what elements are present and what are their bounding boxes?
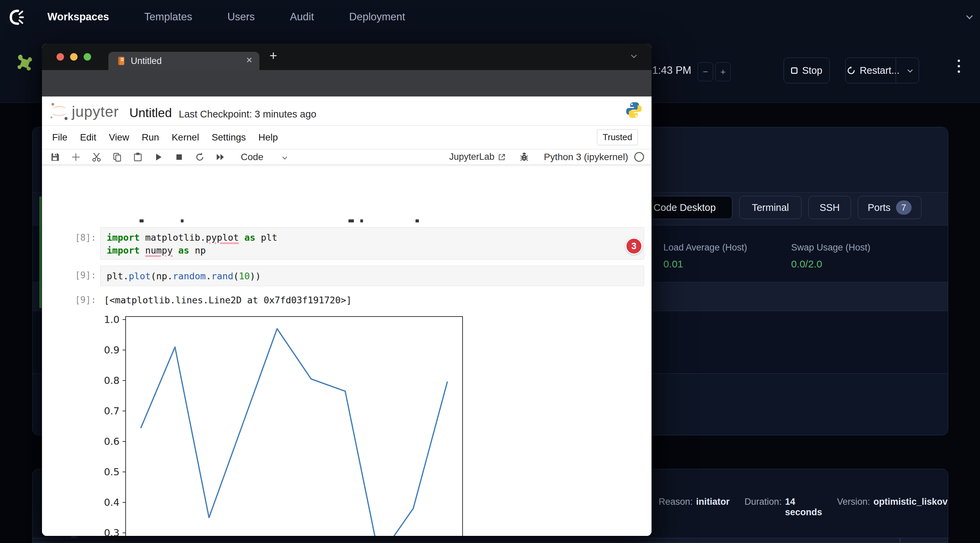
workspace-time: 1:43 PM	[652, 64, 691, 76]
checkpoint-status: Last Checkpoint: 3 minutes ago	[179, 109, 316, 120]
user-avatar[interactable]	[941, 6, 963, 27]
save-icon[interactable]	[50, 152, 60, 162]
plus-icon: +	[720, 67, 725, 77]
clipped-code-fragment	[348, 219, 354, 222]
clipped-code-fragment	[415, 219, 419, 222]
code-cell[interactable]: import matplotlib.pyplot as pltimport nu…	[100, 227, 644, 260]
app-button-label: S Code Desktop	[644, 202, 716, 213]
run-icon[interactable]	[153, 152, 164, 162]
stop-icon	[791, 67, 797, 74]
menu-settings[interactable]: Settings	[212, 132, 246, 143]
metric: Load Average (Host)0.01	[663, 242, 747, 270]
metric-value: 0.0/2.0	[791, 258, 870, 270]
y-tick-label: 0.9	[104, 344, 119, 356]
toolbar-right: JupyterLab Python 3 (ipykernel)	[449, 152, 652, 162]
nav-item-audit[interactable]: Audit	[290, 11, 314, 23]
build-info-label: Version:	[837, 497, 870, 518]
code-cell[interactable]: plt.plot(np.random.rand(10))	[100, 266, 644, 286]
new-tab-button[interactable]: +	[270, 48, 277, 63]
coder-logo-icon[interactable]	[9, 9, 25, 26]
y-tick-label: 0.5	[104, 466, 119, 478]
browser-tabstrip: Untitled ✕ +	[42, 44, 652, 70]
jupyterlab-link[interactable]: JupyterLab	[449, 152, 495, 162]
external-link-icon[interactable]	[498, 153, 506, 161]
browser-toolbar: 5555--main--test--matifali.atif.cdr.dev/…	[42, 70, 652, 97]
code-line: plt.plot(np.random.rand(10))	[107, 270, 638, 283]
app-button-label: SSH	[819, 202, 840, 213]
add-cell-icon[interactable]	[71, 152, 81, 162]
build-info-label: Reason:	[659, 497, 693, 518]
clipped-code-fragment	[181, 219, 183, 222]
y-tick-label: 0.4	[104, 497, 119, 508]
cell-type-chevron-icon[interactable]	[283, 154, 286, 160]
build-info-pair: Duration:14 seconds	[745, 497, 822, 518]
chevron-down-icon[interactable]	[967, 14, 973, 20]
kernel-name[interactable]: Python 3 (ipykernel)	[544, 152, 628, 162]
nav-item-templates[interactable]: Templates	[144, 11, 192, 23]
build-info-pair: Reason:initiator	[659, 497, 730, 518]
jupyter-menubar: FileEditViewRunKernelSettingsHelp Truste…	[42, 125, 652, 149]
jupyter-brand[interactable]: jupyter	[72, 103, 119, 120]
app-launch-buttons: S Code DesktopTerminalSSHPorts7	[627, 196, 921, 219]
output-prompt: [9]:	[62, 295, 96, 305]
window-zoom-button[interactable]	[84, 53, 91, 60]
stop-icon[interactable]	[174, 152, 184, 162]
output-text: [<matplotlib.lines.Line2D at 0x7fd03f191…	[104, 295, 352, 305]
minus-icon: −	[703, 67, 708, 77]
jupyter-logo	[49, 101, 69, 121]
app-button-terminal[interactable]: Terminal	[739, 196, 802, 219]
timeline-band	[32, 538, 948, 543]
zoom-in-button[interactable]: +	[715, 62, 731, 81]
window-close-button[interactable]	[57, 53, 64, 60]
menu-file[interactable]: File	[52, 132, 67, 143]
notebook-title[interactable]: Untitled	[129, 106, 172, 120]
restart-workspace-button[interactable]: Restart...	[845, 57, 919, 83]
tab-close-icon[interactable]: ✕	[246, 56, 253, 65]
metric-value: 0.01	[663, 258, 747, 270]
workspace-menu-kebab-icon[interactable]	[958, 60, 960, 76]
copy-icon[interactable]	[112, 152, 122, 162]
main-nav: WorkspacesTemplatesUsersAuditDeployment	[0, 0, 980, 34]
build-info-label: Duration:	[745, 497, 782, 518]
build-info-value: optimistic_liskov9	[873, 497, 948, 518]
zoom-out-button[interactable]: −	[698, 62, 713, 81]
browser-tab-title: Untitled	[131, 56, 162, 66]
debugger-bug-icon[interactable]	[519, 152, 529, 162]
avatar-image	[941, 6, 963, 27]
menu-run[interactable]: Run	[142, 132, 159, 143]
trusted-button[interactable]: Trusted	[597, 129, 638, 145]
ports-count-badge: 7	[896, 200, 912, 214]
menu-kernel[interactable]: Kernel	[172, 132, 199, 143]
restart-options-chevron[interactable]	[908, 68, 912, 72]
app-button-label: Ports	[867, 202, 891, 213]
python-logo	[625, 101, 643, 119]
nav-item-workspaces[interactable]: Workspaces	[48, 11, 109, 23]
stop-workspace-button[interactable]: Stop	[784, 57, 830, 83]
menu-help[interactable]: Help	[258, 132, 278, 143]
menu-edit[interactable]: Edit	[80, 132, 96, 143]
window-minimize-button[interactable]	[70, 53, 78, 60]
app-button-ssh[interactable]: SSH	[808, 196, 851, 219]
menu-view[interactable]: View	[109, 132, 129, 143]
cell-type-dropdown[interactable]: Code	[241, 152, 264, 162]
plot-border	[126, 316, 463, 536]
kernel-status-icon	[634, 152, 644, 162]
metric: Swap Usage (Host)0.0/2.0	[791, 242, 870, 270]
notification-badge[interactable]: 3	[625, 238, 643, 254]
run-all-icon[interactable]	[215, 152, 226, 162]
jupyter-header: jupyter Untitled Last Checkpoint: 3 minu…	[42, 97, 652, 125]
app-button-ports[interactable]: Ports7	[858, 196, 921, 219]
nav-item-users[interactable]: Users	[227, 11, 255, 23]
browser-tab[interactable]: Untitled ✕	[108, 52, 259, 70]
y-tick-label: 0.7	[104, 405, 119, 417]
paste-icon[interactable]	[133, 152, 143, 162]
y-tick-label: 1.0	[104, 314, 119, 325]
app-button-label: Terminal	[752, 202, 789, 213]
cut-icon[interactable]	[91, 152, 102, 162]
build-info-pair: Version:optimistic_liskov9	[837, 497, 948, 518]
nav-item-deployment[interactable]: Deployment	[349, 11, 405, 23]
cell-prompt: [8]:	[62, 233, 96, 243]
restart-kernel-icon[interactable]	[195, 152, 205, 162]
tab-search-chevron-icon[interactable]	[632, 53, 636, 57]
stop-button-label: Stop	[802, 65, 822, 76]
